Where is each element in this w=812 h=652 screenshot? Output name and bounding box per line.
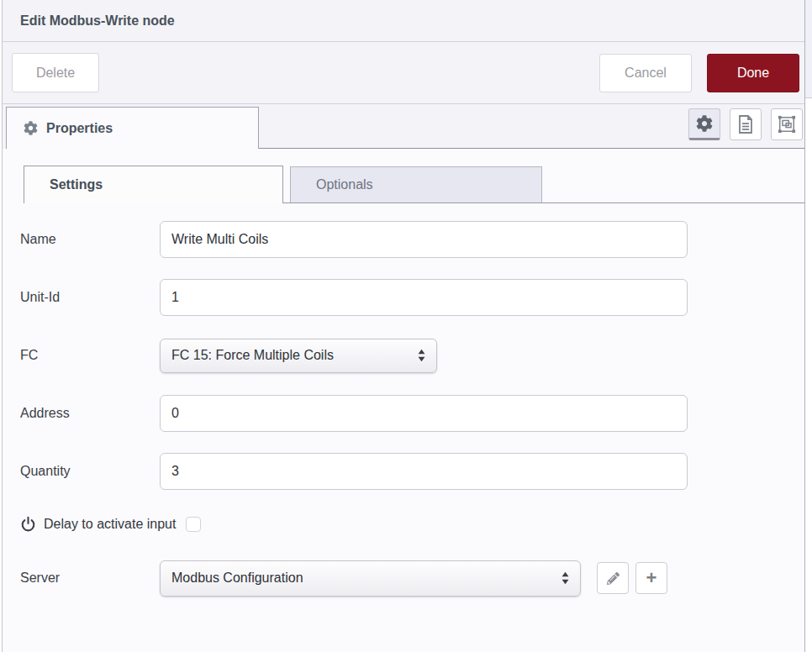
tab-row-divider: [259, 148, 804, 149]
delay-label: Delay to activate input: [44, 517, 176, 532]
server-label: Server: [20, 570, 160, 586]
add-server-button[interactable]: +: [635, 562, 667, 594]
page-title: Edit Modbus-Write node: [20, 13, 175, 29]
edit-node-tray: Edit Modbus-Write node Delete Cancel Don…: [2, 0, 804, 652]
quantity-label: Quantity: [20, 464, 160, 479]
server-row: Server Modbus Configuration: [20, 560, 804, 597]
fc-row: FC FC 15: Force Multiple Coils: [20, 337, 804, 374]
description-icon: [737, 114, 754, 134]
name-label: Name: [20, 232, 160, 247]
tray-header: Edit Modbus-Write node: [3, 0, 804, 42]
name-input[interactable]: [160, 221, 688, 258]
unit-id-input[interactable]: [160, 279, 688, 316]
sub-tab-bar: Settings Optionals: [3, 166, 804, 203]
tray-tab-row: Properties: [3, 104, 804, 149]
editor-icon-buttons: [688, 108, 803, 140]
sub-tab-divider: [283, 202, 804, 203]
tab-optionals[interactable]: Optionals: [290, 166, 542, 202]
cancel-button[interactable]: Cancel: [599, 54, 692, 92]
fc-label: FC: [20, 348, 160, 363]
unit-id-label: Unit-Id: [20, 290, 160, 305]
quantity-row: Quantity: [20, 453, 804, 490]
tab-properties-label: Properties: [46, 121, 113, 136]
edit-server-button[interactable]: [597, 562, 629, 594]
editor-edge-strip: [804, 0, 812, 652]
name-row: Name: [20, 221, 804, 258]
server-select[interactable]: Modbus Configuration: [160, 560, 581, 597]
pencil-icon: [607, 572, 620, 585]
fc-select-value: FC 15: Force Multiple Coils: [171, 348, 410, 363]
quantity-input[interactable]: [160, 453, 688, 490]
delay-row: Delay to activate input: [20, 513, 804, 536]
select-arrows-icon: [561, 570, 570, 586]
address-label: Address: [20, 406, 160, 421]
appearance-button[interactable]: [771, 108, 803, 140]
delay-checkbox[interactable]: [186, 517, 201, 532]
tab-properties[interactable]: Properties: [6, 107, 259, 149]
address-input[interactable]: [160, 395, 688, 432]
done-button[interactable]: Done: [707, 54, 799, 92]
unit-id-row: Unit-Id: [20, 279, 804, 316]
tab-settings-label: Settings: [50, 177, 103, 192]
server-select-value: Modbus Configuration: [171, 570, 554, 586]
address-row: Address: [20, 395, 804, 432]
gear-icon: [24, 121, 38, 135]
power-icon: [20, 516, 36, 534]
properties-panel: Settings Optionals Name Unit-Id FC FC 15…: [3, 149, 804, 597]
tab-optionals-label: Optionals: [316, 177, 373, 192]
server-form: Server Modbus Configuration: [20, 560, 804, 597]
select-arrows-icon: [417, 348, 426, 363]
appearance-icon: [778, 115, 796, 134]
gear-icon: [696, 115, 713, 132]
properties-gear-button[interactable]: [688, 108, 720, 140]
fc-select[interactable]: FC 15: Force Multiple Coils: [160, 339, 437, 373]
plus-icon: +: [646, 567, 657, 589]
delete-button[interactable]: Delete: [12, 53, 99, 92]
settings-form: Name Unit-Id FC FC 15: Force Multiple Co…: [20, 221, 804, 490]
description-button[interactable]: [730, 108, 762, 140]
action-bar: Delete Cancel Done: [3, 42, 804, 104]
editor-edge-strip-top: [805, 0, 812, 98]
tab-settings[interactable]: Settings: [24, 166, 283, 203]
